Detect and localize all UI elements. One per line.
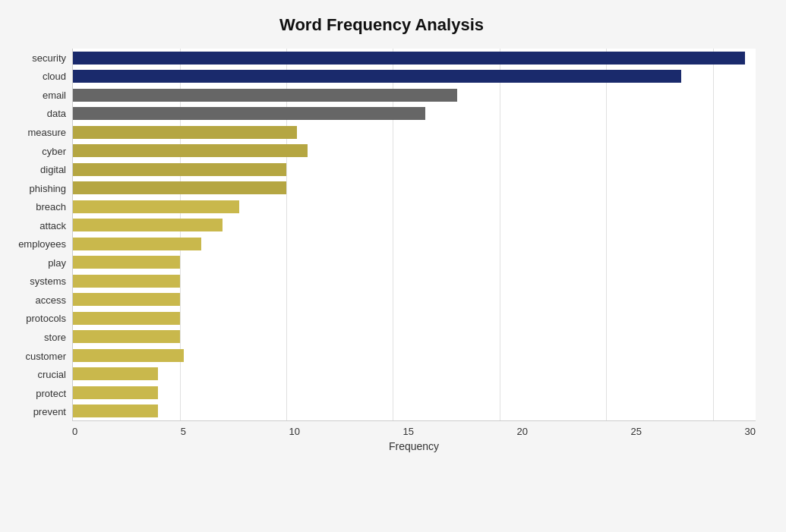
y-label: measure [27, 127, 66, 137]
bar-row [73, 105, 756, 124]
y-label: protocols [26, 313, 66, 323]
y-label: prevent [33, 407, 66, 417]
bar [73, 219, 223, 231]
bar [73, 312, 180, 325]
bars-wrapper [72, 49, 756, 421]
bar [73, 89, 457, 102]
x-tick: 30 [745, 426, 756, 437]
bar [73, 238, 201, 250]
bar [73, 349, 184, 362]
bar-row [73, 383, 756, 402]
bar-row [73, 160, 756, 179]
x-tick: 25 [631, 426, 642, 437]
chart-area: securitycloudemaildatameasurecyberdigita… [8, 49, 756, 421]
y-axis: securitycloudemaildatameasurecyberdigita… [8, 49, 72, 421]
bar-row [73, 197, 756, 216]
bar-row [73, 253, 756, 272]
y-label: data [47, 109, 66, 118]
bar [73, 107, 425, 120]
bar-row [73, 346, 756, 365]
y-label: security [32, 53, 66, 63]
bar-row [73, 272, 756, 291]
chart-title: Word Frequency Analysis [8, 15, 756, 35]
x-tick: 10 [289, 426, 300, 437]
y-label: phishing [30, 184, 66, 194]
bar-row [73, 402, 756, 421]
bar [73, 144, 308, 157]
bar-row [73, 309, 756, 328]
y-label: attack [39, 221, 66, 231]
bar-row [73, 291, 756, 310]
bar [73, 70, 681, 83]
y-label: cyber [42, 146, 66, 156]
y-label: play [48, 258, 66, 268]
bar [73, 405, 158, 417]
y-label: email [43, 90, 66, 100]
y-label: customer [26, 351, 66, 361]
bar [73, 386, 158, 399]
bar-row [73, 216, 756, 235]
bar-row [73, 328, 756, 347]
chart-container: Word Frequency Analysis securitycloudema… [0, 0, 786, 532]
x-tick: 20 [517, 426, 528, 437]
bar [73, 200, 239, 213]
bar-row [73, 235, 756, 253]
bar [73, 52, 745, 65]
y-label: store [44, 332, 66, 342]
bar-row [73, 142, 756, 161]
bar [73, 126, 297, 139]
y-label: crucial [37, 370, 66, 379]
x-axis-label: Frequency [72, 440, 756, 452]
x-axis: 051015202530 [72, 421, 756, 437]
bar [73, 256, 180, 269]
bar [73, 330, 180, 343]
x-tick: 5 [181, 426, 186, 437]
y-label: access [36, 295, 66, 305]
y-label: protect [36, 389, 66, 398]
bar-row [73, 68, 756, 87]
bar [73, 275, 180, 288]
bar-row [73, 365, 756, 384]
bar-row [73, 86, 756, 105]
bar [73, 181, 286, 194]
y-label: systems [30, 276, 66, 286]
x-tick: 15 [403, 426, 414, 437]
bar [73, 163, 286, 176]
y-label: digital [40, 165, 66, 175]
bar-row [73, 49, 756, 68]
y-label: cloud [43, 71, 66, 81]
bar-row [73, 179, 756, 198]
bar [73, 293, 180, 306]
y-label: breach [36, 202, 66, 212]
y-label: employees [18, 239, 66, 249]
bar [73, 367, 158, 380]
x-tick: 0 [72, 426, 77, 437]
bar-row [73, 123, 756, 142]
